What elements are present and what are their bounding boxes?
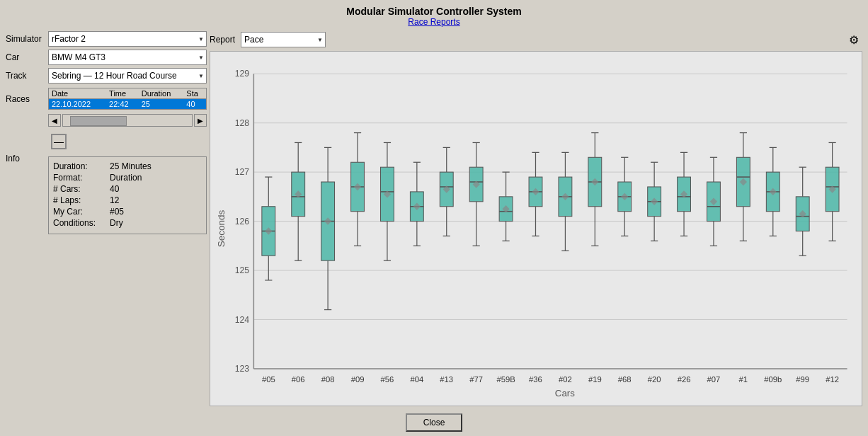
svg-text:127: 127 [235, 167, 250, 177]
cell-date: 22.10.2022 [49, 99, 107, 110]
svg-text:126: 126 [235, 217, 250, 226]
svg-text:#19: #19 [588, 375, 602, 384]
svg-text:#08: #08 [321, 375, 335, 384]
svg-text:125: 125 [235, 265, 250, 275]
duration-key: Duration: [53, 161, 110, 171]
cell-sta: 40 [183, 99, 206, 110]
simulator-row: Simulator rFactor 2 [6, 31, 207, 47]
track-select[interactable]: Sebring — 12 Hour Road Course [48, 68, 207, 84]
report-select-wrapper: Pace Consistency Positions [241, 32, 326, 47]
svg-text:128: 128 [235, 118, 250, 128]
main-area: Simulator rFactor 2 Car BMW M4 GT3 Tra [0, 28, 868, 409]
left-panel: Simulator rFactor 2 Car BMW M4 GT3 Tra [6, 31, 207, 406]
svg-text:123: 123 [235, 364, 250, 374]
svg-text:129: 129 [235, 69, 250, 79]
svg-text:#05: #05 [262, 375, 275, 384]
x-axis-label: Cars [555, 388, 575, 398]
grid-lines [253, 74, 847, 369]
svg-text:#1: #1 [739, 375, 748, 384]
car-label: Car [6, 52, 48, 62]
info-duration: Duration: 25 Minutes [53, 161, 202, 171]
chart-svg: Seconds Cars #05#06#08#09#56#04#13#77#59… [210, 52, 862, 406]
svg-text:#99: #99 [796, 375, 809, 384]
scroll-track[interactable] [62, 114, 193, 127]
bottom-bar: Close [0, 409, 868, 436]
scroll-thumb [70, 116, 127, 126]
mycar-key: My Car: [53, 207, 110, 217]
col-sta: Sta [183, 88, 206, 99]
races-table: Date Time Duration Sta 22.10.202222:4225… [48, 88, 207, 110]
info-laps: # Laps: 12 [53, 195, 202, 205]
cars-val: 40 [110, 184, 119, 194]
y-labels: 123124125126127128129 [235, 69, 250, 374]
report-bar: Report Pace Consistency Positions ⚙ [210, 31, 862, 48]
scrollbar-area: ◀ ▶ [48, 114, 207, 127]
subtitle-link[interactable]: Race Reports [408, 17, 459, 27]
app-title: Modular Simulator Controller System [0, 6, 868, 17]
format-key: Format: [53, 173, 110, 183]
y-axis-label: Seconds [216, 210, 227, 247]
report-label: Report [210, 35, 235, 45]
svg-text:#02: #02 [559, 375, 572, 384]
title-bar: Modular Simulator Controller System Race… [0, 0, 868, 28]
app-container: Modular Simulator Controller System Race… [0, 0, 868, 436]
svg-text:#04: #04 [410, 375, 423, 384]
info-conditions: Conditions: Dry [53, 218, 202, 228]
races-label: Races [6, 94, 48, 104]
svg-text:#36: #36 [529, 375, 542, 384]
scroll-right-btn[interactable]: ▶ [194, 114, 207, 127]
track-select-wrapper: Sebring — 12 Hour Road Course [48, 68, 207, 84]
car-select[interactable]: BMW M4 GT3 [48, 50, 207, 65]
format-val: Duration [110, 173, 142, 183]
cell-duration: 25 [139, 99, 184, 110]
mycar-val: #05 [110, 207, 124, 217]
col-duration: Duration [139, 88, 184, 99]
duration-val: 25 Minutes [110, 161, 152, 171]
chart-area: Seconds Cars #05#06#08#09#56#04#13#77#59… [210, 51, 862, 406]
info-section: Duration: 25 Minutes Format: Duration # … [48, 156, 207, 234]
simulator-select[interactable]: rFactor 2 [48, 31, 207, 47]
simulator-select-wrapper: rFactor 2 [48, 31, 207, 47]
right-panel: Report Pace Consistency Positions ⚙ Seco… [210, 31, 862, 406]
info-format: Format: Duration [53, 173, 202, 183]
svg-text:#09: #09 [351, 375, 365, 384]
svg-text:#26: #26 [678, 375, 691, 384]
svg-text:#77: #77 [469, 375, 483, 384]
info-outer: Info Duration: 25 Minutes Format: Durati… [6, 154, 207, 234]
track-row: Track Sebring — 12 Hour Road Course [6, 68, 207, 84]
table-row[interactable]: 22.10.202222:422540 [49, 99, 207, 110]
conditions-val: Dry [110, 218, 123, 228]
svg-text:#13: #13 [440, 375, 453, 384]
minus-row: — [6, 131, 207, 149]
scroll-left-btn[interactable]: ◀ [48, 114, 61, 127]
car-row: Car BMW M4 GT3 [6, 50, 207, 65]
cell-time: 22:42 [106, 99, 139, 110]
svg-text:124: 124 [235, 315, 250, 325]
col-time: Time [106, 88, 139, 99]
report-select[interactable]: Pace Consistency Positions [241, 32, 326, 47]
minus-button[interactable]: — [51, 134, 67, 149]
cars-key: # Cars: [53, 184, 110, 194]
laps-val: 12 [110, 195, 119, 205]
info-cars: # Cars: 40 [53, 184, 202, 194]
svg-text:#68: #68 [618, 375, 632, 384]
races-section: Races Date Time Duration Sta [6, 88, 207, 111]
simulator-label: Simulator [6, 34, 48, 44]
svg-text:#12: #12 [826, 375, 839, 384]
col-date: Date [49, 88, 107, 99]
svg-text:#07: #07 [707, 375, 721, 384]
x-labels: #05#06#08#09#56#04#13#77#59B#36#02#19#68… [262, 375, 839, 384]
info-label: Info [6, 154, 48, 234]
svg-text:#09b: #09b [764, 375, 782, 384]
conditions-key: Conditions: [53, 218, 110, 228]
gear-icon[interactable]: ⚙ [845, 31, 862, 48]
info-mycar: My Car: #05 [53, 207, 202, 217]
races-label-row: Races Date Time Duration Sta [6, 88, 207, 110]
laps-key: # Laps: [53, 195, 110, 205]
car-select-wrapper: BMW M4 GT3 [48, 50, 207, 65]
svg-text:#06: #06 [292, 375, 305, 384]
close-button[interactable]: Close [406, 413, 462, 432]
track-label: Track [6, 71, 48, 81]
svg-text:#56: #56 [381, 375, 394, 384]
svg-text:#20: #20 [648, 375, 661, 384]
